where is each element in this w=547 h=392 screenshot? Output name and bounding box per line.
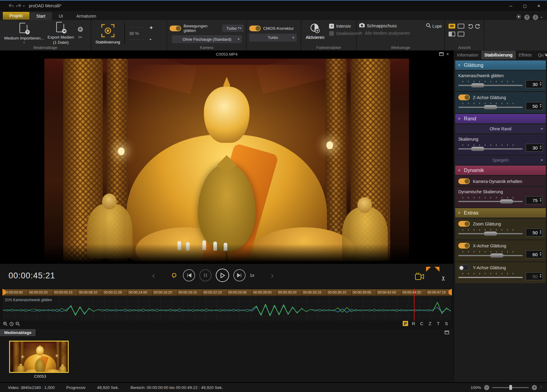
smooth-motion-toggle[interactable] <box>170 26 181 31</box>
skip-start-button[interactable] <box>183 269 195 281</box>
y-achse-value[interactable]: 60 <box>526 272 543 280</box>
cmos-mode-dropdown[interactable]: Turbo <box>249 34 297 42</box>
color-activate-button[interactable]: Aktivieren <box>304 23 326 40</box>
undo-icon[interactable] <box>9 4 14 8</box>
section-extras-header[interactable]: « Extras <box>455 208 546 218</box>
tips-icon[interactable] <box>516 14 521 20</box>
x-achse-slider[interactable] <box>458 251 523 258</box>
rotate-ccw-icon[interactable] <box>468 24 473 30</box>
quick-access-dropdown-icon[interactable]: ▾ <box>23 4 25 8</box>
help-icon[interactable]: ? <box>524 15 530 20</box>
skalierung-value[interactable]: 30 <box>526 144 543 152</box>
zoom-glaettung-toggle[interactable] <box>458 221 470 227</box>
deaktivieren-button[interactable]: Deaktivieren <box>336 31 360 36</box>
timeline-zoom-in-icon[interactable] <box>3 322 8 327</box>
tab-stabilisierung[interactable]: Stabilisierung <box>481 51 516 59</box>
y-achse-toggle[interactable] <box>458 265 470 270</box>
tab-qualitaet[interactable]: Qu <box>535 51 544 59</box>
stabilize-button[interactable]: Stabilisierung <box>94 22 122 45</box>
dynamik-erhalten-toggle[interactable] <box>458 178 470 184</box>
kameraschwenk-slider[interactable] <box>458 81 523 88</box>
timeline-zoom-out-icon[interactable] <box>15 322 20 327</box>
section-dynamik-header[interactable]: « Dynamik <box>455 166 546 175</box>
zoom-glaettung-value[interactable]: 50 <box>526 229 543 236</box>
x-achse-value[interactable]: 60 <box>526 250 543 258</box>
collapse-ribbon-icon[interactable]: ‹ <box>540 16 545 18</box>
strength-plus-button[interactable]: + <box>150 24 153 31</box>
smooth-mode-dropdown[interactable]: Turbo * <box>222 25 244 32</box>
tab-information[interactable]: Information <box>454 51 481 59</box>
trim-in-marker[interactable] <box>426 267 431 272</box>
view-full-icon[interactable] <box>458 24 464 29</box>
next-clip-icon[interactable]: › <box>271 271 274 280</box>
info-icon[interactable]: i <box>533 15 538 20</box>
channel-button-t[interactable]: T <box>435 321 441 326</box>
view-split-icon[interactable] <box>449 32 455 36</box>
media-bin-expand-icon[interactable] <box>445 331 449 334</box>
trim-out-marker[interactable] <box>435 267 439 272</box>
tab-effekte[interactable]: Effekte <box>516 51 535 59</box>
kameraschwenk-value[interactable]: 30 <box>526 80 543 88</box>
lupe-button[interactable]: Lupe <box>432 24 442 29</box>
pause-button[interactable] <box>199 269 212 281</box>
tab-projekt[interactable]: Projekt <box>2 12 30 20</box>
tab-overflow-icon[interactable] <box>545 54 547 57</box>
cut-media-icon[interactable]: ✂ <box>78 34 82 40</box>
close-button[interactable]: ✕ <box>532 2 545 10</box>
zachse-toggle[interactable] <box>458 95 470 100</box>
intensiv-button[interactable]: Intensiv <box>336 24 351 29</box>
zoom-out-button[interactable]: − <box>484 385 489 390</box>
rotate-cw-icon[interactable] <box>475 24 480 30</box>
prev-clip-icon[interactable]: ‹ <box>152 271 155 280</box>
channel-button-c[interactable]: C <box>419 321 425 326</box>
tab-armaturen[interactable]: Armaturen <box>70 12 103 20</box>
zachse-value[interactable]: 50 <box>526 102 543 110</box>
import-media-button[interactable]: + Medium importieren... ▾ <box>2 23 46 44</box>
border-mode-dropdown[interactable]: Ohne Rand <box>455 124 546 133</box>
snapshot-button[interactable]: Schnappschuss <box>367 23 397 28</box>
channel-button-p[interactable]: P <box>403 321 408 326</box>
remove-media-icon[interactable]: ✕ <box>78 27 83 32</box>
channel-button-z[interactable]: Z <box>427 321 433 326</box>
loop-icon[interactable] <box>171 272 179 279</box>
play-button[interactable] <box>216 269 229 282</box>
analyze-all-button[interactable]: Alle Medien analysieren <box>365 31 410 36</box>
zachse-slider[interactable] <box>458 103 523 109</box>
strength-minus-button[interactable]: - <box>150 36 153 43</box>
video-frame[interactable] <box>44 59 409 262</box>
view-compare-icon[interactable] <box>458 32 464 36</box>
render-preview-icon[interactable] <box>415 272 424 281</box>
minimize-button[interactable]: ─ <box>504 2 517 10</box>
export-media-button[interactable]: ➜ Export Medien (1 Datei) <box>46 22 76 45</box>
lens-dropdown[interactable]: Ohne Fischauge (Standard) <box>172 35 242 43</box>
view-single-icon[interactable] <box>449 24 455 29</box>
zoom-glaettung-slider[interactable] <box>458 229 523 236</box>
analysis-graph[interactable]: 31% Kameraschwenk glätten <box>3 297 451 321</box>
playback-speed-label[interactable]: 1x <box>250 273 254 278</box>
dynamische-skalierung-slider[interactable] <box>458 197 523 204</box>
maximize-button[interactable]: ▢ <box>518 2 531 10</box>
timeline-clock-icon[interactable] <box>9 322 14 327</box>
media-thumbnail[interactable]: C0053 <box>9 341 71 379</box>
zoom-in-button[interactable]: + <box>532 385 537 390</box>
media-bin-tab[interactable]: Medienablage <box>0 329 36 336</box>
channel-button-s[interactable]: S <box>444 321 449 326</box>
redo-icon[interactable] <box>16 4 21 8</box>
viewer-popout-icon[interactable] <box>439 52 444 56</box>
x-achse-toggle[interactable] <box>458 243 470 249</box>
cmos-toggle[interactable] <box>249 26 261 31</box>
playhead[interactable] <box>414 289 415 321</box>
viewer-collapse-icon[interactable]: « <box>446 53 450 55</box>
skip-end-button[interactable] <box>233 269 246 281</box>
tab-start[interactable]: Start <box>30 12 52 20</box>
section-glaettung-header[interactable]: « Glättung <box>455 60 546 70</box>
spiegeln-dropdown[interactable]: Spiegeln <box>455 156 546 165</box>
tab-ui[interactable]: UI <box>52 12 70 20</box>
dynamische-skalierung-value[interactable]: 75 <box>526 196 543 204</box>
cut-clip-icon[interactable]: ✂ <box>440 276 447 281</box>
y-achse-slider[interactable] <box>458 273 523 280</box>
section-rand-header[interactable]: « Rand <box>455 114 546 123</box>
timeline-ruler[interactable]: 00:00:00:0000:00:02:2000:00:05:1500:00:0… <box>3 289 451 296</box>
resize-grip[interactable]: ⠿ <box>540 386 543 390</box>
channel-button-r[interactable]: R <box>411 321 416 326</box>
